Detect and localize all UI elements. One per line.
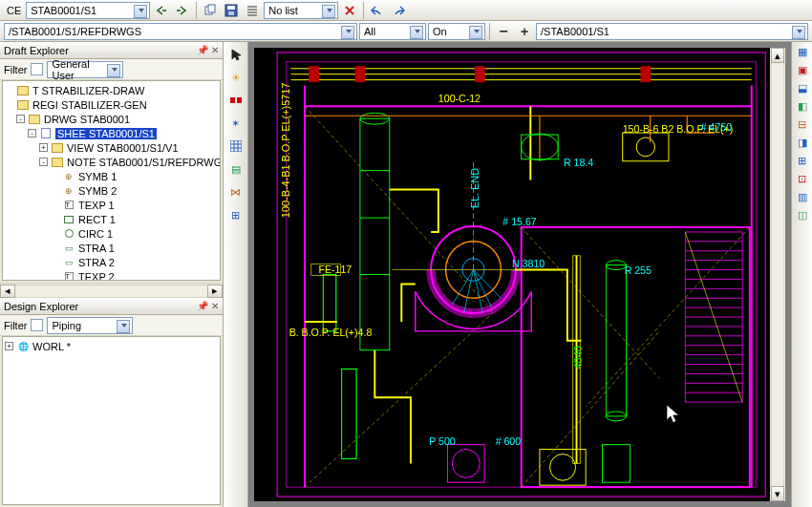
toolbar-2: /STAB0001/S1/REFDRWGS All On − + /STAB00… xyxy=(0,21,812,42)
scroll-up-icon[interactable]: ▴ xyxy=(771,48,784,63)
svg-rect-72 xyxy=(448,445,485,483)
scroll-left-icon[interactable]: ◂ xyxy=(0,285,15,298)
bop-el-label: B. B.O.P. EL(+)4.8 xyxy=(289,327,373,338)
svg-rect-3 xyxy=(227,6,235,10)
rt-tool-4-icon[interactable]: ◧ xyxy=(798,100,807,113)
pipe-label-left: 100-B-4-B1 B.O.P EL(+)5717 xyxy=(280,83,291,219)
design-filter-checkbox[interactable] xyxy=(31,319,43,331)
drawing-canvas[interactable]: 100-C-12 150-B-6 B2 B.O.P. EL(+) # 4750 … xyxy=(254,48,770,501)
design-filter-combo[interactable]: Piping xyxy=(47,317,133,334)
tree-node[interactable]: TTEXP 1 xyxy=(3,198,220,212)
pin-icon-2[interactable]: 📌 ✕ xyxy=(197,301,219,311)
tree-node[interactable]: CIRC 1 xyxy=(3,226,220,241)
fe117-label: FE-117 xyxy=(319,263,353,274)
tree-node[interactable]: -DRWG STAB0001 xyxy=(3,112,220,126)
rt-tool-5-icon[interactable]: ⊟ xyxy=(798,118,806,131)
tree-node-label: SYMB 1 xyxy=(78,171,117,182)
nolist-value: No list xyxy=(268,5,298,16)
svg-rect-7 xyxy=(230,140,242,152)
copy-button[interactable] xyxy=(201,2,220,19)
valve-tool-icon[interactable]: ⋈ xyxy=(227,183,245,201)
pin-icon[interactable]: 📌 ✕ xyxy=(197,45,219,55)
rt-tool-6-icon[interactable]: ◨ xyxy=(798,137,807,149)
tree-node[interactable]: +🌐WORL * xyxy=(3,339,220,353)
list-name-combo[interactable]: No list xyxy=(264,2,338,19)
tree-node[interactable]: -SHEE STAB0001/S1 xyxy=(3,126,220,140)
save-button[interactable] xyxy=(222,2,241,19)
scroll-right-icon[interactable]: ▸ xyxy=(207,285,223,298)
undo-button[interactable] xyxy=(368,2,387,19)
rt-tool-2-icon[interactable]: ▣ xyxy=(798,64,807,76)
tree-node-label: STRA 1 xyxy=(78,243,115,254)
delete-button[interactable] xyxy=(340,2,359,19)
rt-tool-8-icon[interactable]: ⊡ xyxy=(798,173,806,185)
nav-forward-button[interactable] xyxy=(173,2,192,19)
dim-p500: P 500 xyxy=(429,434,456,446)
tree-node[interactable]: ⊕SYMB 2 xyxy=(3,183,220,198)
on-combo[interactable]: On xyxy=(428,23,485,40)
tree-node[interactable]: REGI STABILIZER-GEN xyxy=(3,97,220,112)
dim-n3810: N 3810 xyxy=(512,257,545,268)
rt-tool-9-icon[interactable]: ▥ xyxy=(798,191,807,203)
svg-point-68 xyxy=(636,137,654,157)
tree-node-label: T STRABILIZER-DRAW xyxy=(32,85,144,96)
svg-point-73 xyxy=(452,450,480,478)
svg-line-40 xyxy=(452,270,473,306)
svg-rect-4 xyxy=(228,11,234,15)
draft-hscroll[interactable]: ◂ ▸ xyxy=(0,283,223,298)
tree-node[interactable]: T STRABILIZER-DRAW xyxy=(3,83,220,97)
tree-node[interactable]: TTEXP 2 xyxy=(3,269,220,281)
design-tree[interactable]: +🌐WORL * xyxy=(2,336,221,505)
scroll-down-icon[interactable]: ▾ xyxy=(771,486,784,501)
tree-node[interactable]: ▭STRA 1 xyxy=(3,241,220,255)
rt-tool-7-icon[interactable]: ⊞ xyxy=(798,155,806,167)
rt-tool-10-icon[interactable]: ◫ xyxy=(798,209,807,222)
left-sidebar: Draft Explorer 📌 ✕ Filter General User T… xyxy=(0,42,224,507)
filter-all-combo[interactable]: All xyxy=(359,23,426,40)
svg-rect-15 xyxy=(475,67,484,82)
svg-rect-26 xyxy=(360,118,390,349)
r18-label: R 18.4 xyxy=(564,157,593,168)
tree-node[interactable]: ⊕SYMB 1 xyxy=(3,169,220,183)
sun-tool-icon[interactable]: ☀ xyxy=(227,69,245,86)
tree-node[interactable]: -NOTE STAB0001/S1/REFDRWGS xyxy=(3,155,220,169)
tree-node-label: VIEW STAB0001/S1/V1 xyxy=(67,142,179,154)
zoom-in-button[interactable]: + xyxy=(515,23,534,40)
dim-1567: # 15.67 xyxy=(502,216,536,227)
draft-explorer-title-bar: Draft Explorer 📌 ✕ xyxy=(0,42,223,59)
svg-line-21 xyxy=(305,106,494,312)
nav-back-button[interactable] xyxy=(152,2,171,19)
pointer-tool-icon[interactable] xyxy=(227,46,245,63)
tree-node-label: SHEE STAB0001/S1 xyxy=(55,128,157,139)
list-button[interactable] xyxy=(243,2,262,19)
draft-filter-value: General User xyxy=(52,58,109,81)
dim-4750: # 4750 xyxy=(701,121,732,133)
tree-node[interactable]: RECT 1 xyxy=(3,212,220,226)
current-element-combo[interactable]: STAB0001/S1 xyxy=(26,2,150,19)
svg-line-25 xyxy=(522,227,660,378)
star-tool-icon[interactable]: ✶ xyxy=(227,115,245,132)
toggle-tool-icon[interactable] xyxy=(227,92,245,109)
layers-tool-icon[interactable]: ▤ xyxy=(227,160,245,178)
design-explorer-title: Design Explorer xyxy=(4,301,78,312)
draft-filter-combo[interactable]: General User xyxy=(47,61,123,78)
zoom-out-button[interactable]: − xyxy=(494,23,513,40)
sheet-path-value: /STAB0001/S1 xyxy=(541,26,609,37)
tree-node-label: CIRC 1 xyxy=(78,228,113,240)
path-value: /STAB0001/S1/REFDRWGS xyxy=(9,26,141,37)
path-combo[interactable]: /STAB0001/S1/REFDRWGS xyxy=(4,23,357,40)
tree-node-label: STRA 2 xyxy=(78,257,115,268)
draft-filter-checkbox[interactable] xyxy=(31,63,43,75)
redo-button[interactable] xyxy=(389,2,408,19)
canvas-right-toolbar: ▦ ▣ ⬓ ◧ ⊟ ◨ ⊞ ⊡ ▥ ◫ xyxy=(791,42,812,507)
tree-node[interactable]: ▭STRA 2 xyxy=(3,255,220,269)
canvas-vscroll[interactable]: ▴ ▾ xyxy=(770,48,785,501)
sheet-path-combo[interactable]: /STAB0001/S1 xyxy=(536,23,808,40)
rt-tool-3-icon[interactable]: ⬓ xyxy=(798,82,807,95)
draft-tree[interactable]: T STRABILIZER-DRAWREGI STABILIZER-GEN-DR… xyxy=(2,80,221,281)
grid-tool-icon[interactable] xyxy=(227,137,245,155)
tree-node[interactable]: +VIEW STAB0001/S1/V1 xyxy=(3,140,220,155)
rt-tool-1-icon[interactable]: ▦ xyxy=(798,46,807,58)
svg-rect-31 xyxy=(342,369,356,458)
group-tool-icon[interactable]: ⊞ xyxy=(227,206,245,223)
